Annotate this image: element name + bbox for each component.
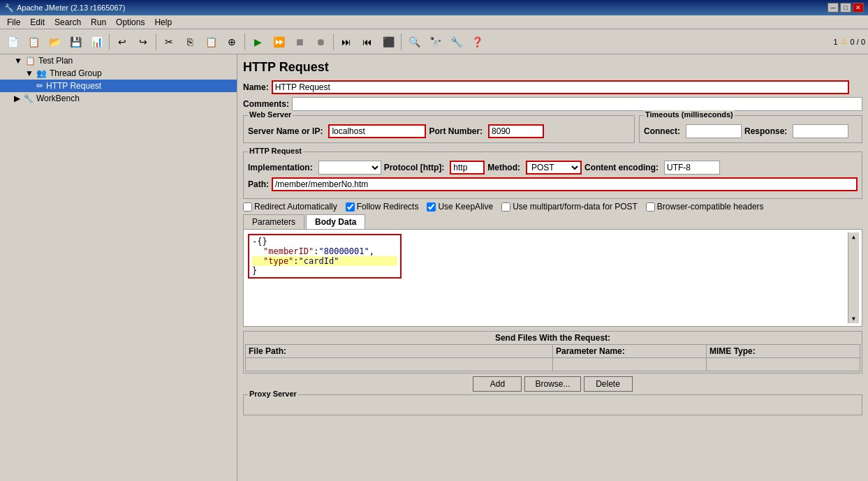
follow-redirects-label: Follow Redirects: [357, 202, 419, 212]
templates-button[interactable]: 📋: [24, 32, 43, 52]
server-label: Server Name or IP:: [248, 126, 323, 136]
scroll-track: [849, 242, 859, 314]
send-files-section: Send Files With the Request: File Path: …: [243, 331, 862, 373]
json-bracket-open: -{}: [252, 237, 397, 246]
response-label: Response:: [744, 126, 787, 136]
start-button[interactable]: ▶: [248, 32, 267, 52]
menu-options[interactable]: Options: [112, 16, 149, 29]
remote-stop-button[interactable]: ⏮: [358, 32, 377, 52]
use-multipart-checkbox[interactable]: Use multipart/form-data for POST: [501, 202, 638, 212]
path-input[interactable]: [272, 177, 858, 191]
browser-compatible-checkbox[interactable]: Browser-compatible headers: [646, 202, 764, 212]
add-button[interactable]: Add: [473, 376, 522, 392]
browse-button[interactable]: Browse...: [524, 376, 580, 392]
path-label: Path:: [248, 179, 269, 189]
tree-label-thread-group: Thread Group: [50, 68, 102, 78]
expand-icon: ▼: [14, 56, 22, 66]
implementation-label: Implementation:: [248, 163, 313, 172]
tab-body-data[interactable]: Body Data: [306, 214, 365, 229]
name-row: Name:: [243, 80, 862, 94]
clear-all-button[interactable]: 🔭: [425, 32, 445, 52]
http-request-section-title: HTTP Request: [248, 147, 303, 155]
response-input[interactable]: [793, 124, 848, 138]
menu-run[interactable]: Run: [87, 16, 110, 29]
redirect-automatically-checkbox[interactable]: Redirect Automatically: [243, 202, 337, 212]
tree-item-thread-group[interactable]: ▼ 👥 Thread Group: [0, 67, 237, 80]
protocol-input[interactable]: [450, 161, 485, 175]
tree-label-workbench: WorkBench: [36, 94, 80, 103]
search-toolbar-button[interactable]: 🔍: [404, 32, 424, 52]
paste-button[interactable]: 📋: [201, 32, 221, 52]
tab-parameters[interactable]: Parameters: [243, 214, 304, 229]
minimize-button[interactable]: ─: [827, 3, 839, 13]
scrollbar-vertical[interactable]: ▲ ▼: [848, 232, 859, 323]
proxy-server-title: Proxy Server: [248, 390, 298, 398]
menu-help[interactable]: Help: [150, 16, 176, 29]
files-table: File Path: Parameter Name: MIME Type:: [245, 344, 860, 371]
method-select[interactable]: GET POST PUT DELETE: [526, 161, 582, 175]
menu-search[interactable]: Search: [50, 16, 85, 29]
method-label: Method:: [487, 163, 520, 172]
menu-file[interactable]: File: [3, 16, 24, 29]
file-buttons-row: Add Browse... Delete: [243, 376, 862, 392]
proxy-server-section: Proxy Server: [243, 394, 862, 415]
tree-item-test-plan[interactable]: ▼ 📋 Test Plan: [0, 54, 237, 67]
expand-button[interactable]: ⊕: [222, 32, 242, 52]
tree-item-workbench[interactable]: ▶ 🔧 WorkBench: [0, 92, 237, 105]
menu-edit[interactable]: Edit: [26, 16, 49, 29]
port-number-input[interactable]: [488, 124, 544, 138]
delete-button[interactable]: Delete: [584, 376, 633, 392]
remote-stop-all-button[interactable]: ⬛: [378, 32, 398, 52]
use-keepalive-checkbox[interactable]: Use KeepAlive: [427, 202, 493, 212]
json-key-type: "type": [263, 256, 293, 266]
name-input[interactable]: [272, 80, 849, 94]
redo-button[interactable]: ↪: [133, 32, 153, 52]
save-button[interactable]: 💾: [66, 32, 85, 52]
scroll-down-arrow[interactable]: ▼: [852, 316, 855, 322]
tree-label-test-plan: Test Plan: [38, 56, 73, 66]
stop-now-button[interactable]: ⏺: [311, 32, 330, 52]
save-as-button[interactable]: 📊: [87, 32, 106, 52]
status-count: 1: [833, 38, 837, 46]
json-type: "type":"cardId": [252, 256, 397, 266]
toolbar-sep-1: [109, 34, 110, 50]
title-bar-left: 🔧 Apache JMeter (2.13 r1665067): [4, 3, 125, 13]
comments-row: Comments:: [243, 97, 862, 111]
expand-icon-wb: ▶: [14, 94, 20, 103]
open-button[interactable]: 📂: [45, 32, 64, 52]
expand-icon-thread: ▼: [25, 68, 34, 78]
page-title: HTTP Request: [243, 60, 862, 75]
close-button[interactable]: ✕: [853, 3, 864, 13]
right-panel: HTTP Request Name: Comments: Web Server …: [237, 54, 868, 481]
start-no-pause-button[interactable]: ⏩: [269, 32, 288, 52]
new-button[interactable]: 📄: [3, 32, 22, 52]
help-button[interactable]: ❓: [467, 32, 487, 52]
function-helper-button[interactable]: 🔧: [446, 32, 466, 52]
cut-button[interactable]: ✂: [159, 32, 179, 52]
thread-group-icon: 👥: [36, 68, 47, 78]
maximize-button[interactable]: □: [840, 3, 851, 13]
stop-button[interactable]: ⏹: [290, 32, 309, 52]
use-keepalive-label: Use KeepAlive: [438, 202, 493, 212]
follow-redirects-checkbox[interactable]: Follow Redirects: [346, 202, 419, 212]
undo-button[interactable]: ↩: [112, 32, 132, 52]
redirect-automatically-label: Redirect Automatically: [254, 202, 337, 212]
scroll-up-arrow[interactable]: ▲: [852, 234, 855, 240]
timeouts-title: Timeouts (milliseconds): [644, 110, 735, 119]
use-multipart-label: Use multipart/form-data for POST: [513, 202, 638, 212]
comments-input[interactable]: [292, 97, 862, 111]
title-bar: 🔧 Apache JMeter (2.13 r1665067) ─ □ ✕: [0, 0, 868, 15]
connect-label: Connect:: [644, 126, 680, 136]
checkboxes-row: Redirect Automatically Follow Redirects …: [243, 202, 862, 212]
remote-start-button[interactable]: ⏭: [337, 32, 356, 52]
server-name-input[interactable]: [328, 124, 426, 138]
content-encoding-input[interactable]: [664, 161, 720, 175]
tree-item-http-request[interactable]: ✏ HTTP Request: [0, 80, 237, 92]
toolbar-status: 1 ⚠ 0 / 0: [833, 37, 865, 46]
comments-label: Comments:: [243, 99, 289, 109]
mime-type-cell: [707, 358, 860, 371]
copy-button[interactable]: ⎘: [180, 32, 200, 52]
implementation-select[interactable]: HttpClient3.1 HttpClient4 Java: [318, 161, 381, 175]
port-label: Port Number:: [429, 126, 483, 136]
connect-input[interactable]: [686, 124, 742, 138]
